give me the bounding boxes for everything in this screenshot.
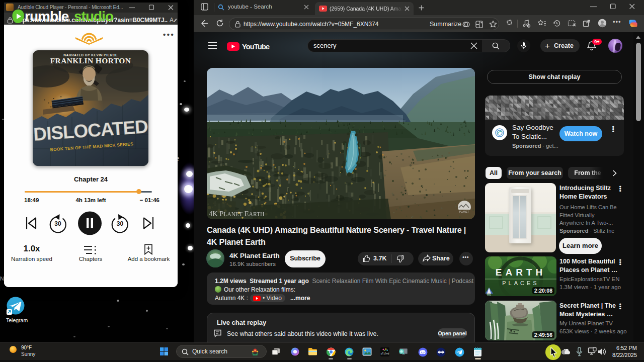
svg-text:rumble: rumble: [25, 9, 69, 24]
svg-text:EARTH: EARTH: [496, 267, 546, 278]
svg-text:30: 30: [54, 220, 61, 227]
svg-text:A: A: [170, 17, 174, 24]
svg-text:studio: studio: [74, 9, 114, 24]
svg-text:30: 30: [117, 220, 124, 227]
svg-text:PLACES: PLACES: [502, 280, 539, 286]
svg-text:PLANET: PLANET: [459, 210, 469, 213]
svg-text:FRANKLIN HORTON: FRANKLIN HORTON: [50, 56, 131, 65]
svg-text:pTiled: pTiled: [381, 352, 389, 355]
svg-text:4K PLANET EARTH: 4K PLANET EARTH: [209, 210, 264, 218]
svg-text:EPIC: EPIC: [487, 294, 491, 296]
